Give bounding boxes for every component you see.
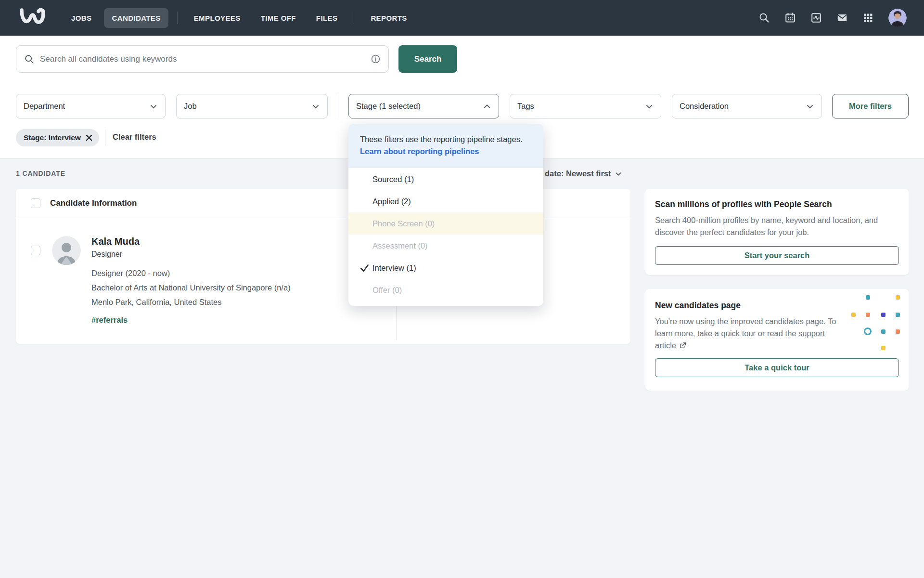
chevron-down-icon (805, 102, 815, 111)
candidates-page: JOBS CANDIDATES EMPLOYEES TIME OFF FILES… (0, 0, 924, 578)
nav-divider (177, 12, 178, 24)
nav-item-files[interactable]: FILES (308, 8, 346, 28)
nav-divider (354, 12, 354, 24)
stage-option-offer[interactable]: Offer (0) (348, 279, 543, 301)
new-candidates-page-card: New candidates page You're now using the… (645, 289, 909, 391)
nav-item-time-off[interactable]: TIME OFF (253, 8, 304, 28)
pipeline-info-link[interactable]: Learn about reporting pipelines (360, 147, 479, 156)
search-button[interactable]: Search (398, 45, 457, 73)
consideration-filter-label: Consideration (680, 102, 729, 111)
candidate-tag[interactable]: #referrals (91, 315, 128, 325)
stage-dropdown-panel: These filters use the reporting pipeline… (348, 124, 543, 306)
card-body: Search 400-million profiles by name, key… (655, 214, 905, 238)
activity-icon[interactable] (810, 12, 822, 24)
column-header: Candidate Information (50, 198, 137, 208)
calendar-icon[interactable] (784, 12, 796, 24)
department-filter-label: Department (24, 102, 65, 111)
stage-option-applied[interactable]: Applied (2) (348, 190, 543, 212)
nav-item-candidates[interactable]: CANDIDATES (104, 8, 168, 28)
option-label: Sourced (1) (372, 175, 414, 184)
option-label: Phone Screen (0) (372, 219, 435, 228)
candidate-checkbox[interactable] (31, 246, 40, 255)
option-label: Interview (1) (372, 263, 416, 273)
candidate-avatar[interactable] (52, 236, 81, 265)
chip-label: Stage: Interview (24, 133, 81, 142)
select-all-checkbox[interactable] (31, 198, 40, 208)
sort-control[interactable]: date: Newest first (545, 169, 623, 178)
nav-menu: JOBS CANDIDATES EMPLOYEES TIME OFF FILES… (64, 8, 415, 28)
chevron-down-icon (614, 170, 623, 178)
take-tour-button[interactable]: Take a quick tour (655, 358, 899, 377)
chevron-up-icon (482, 102, 492, 111)
nav-item-employees[interactable]: EMPLOYEES (186, 8, 248, 28)
candidate-location: Menlo Park, California, United States (91, 295, 291, 309)
people-search-card: Scan millions of profiles with People Se… (645, 189, 909, 275)
close-icon[interactable] (86, 134, 92, 141)
nav-utilities (758, 9, 907, 27)
consideration-filter[interactable]: Consideration (672, 94, 822, 118)
option-label: Applied (2) (372, 197, 411, 206)
chip-divider (105, 130, 105, 146)
stage-filter-label: Stage (1 selected) (356, 102, 421, 111)
chevron-down-icon (311, 102, 321, 111)
tags-filter-label: Tags (517, 102, 534, 111)
candidate-education: Bachelor of Arts at National University … (91, 280, 291, 295)
active-filter-chip[interactable]: Stage: Interview (16, 129, 99, 146)
clear-filters-button[interactable]: Clear filters (113, 132, 156, 142)
card-body: You're now using the improved candidates… (655, 315, 838, 352)
external-link-icon (679, 342, 687, 349)
nav-item-reports[interactable]: REPORTS (363, 8, 414, 28)
candidate-details: Designer (2020 - now) Bachelor of Arts a… (91, 266, 291, 309)
department-filter[interactable]: Department (16, 94, 166, 118)
pipeline-info-banner: These filters use the reporting pipeline… (348, 124, 543, 168)
tags-filter[interactable]: Tags (510, 94, 661, 118)
candidate-experience: Designer (2020 - now) (91, 266, 291, 280)
nav-item-jobs[interactable]: JOBS (64, 8, 99, 28)
pipeline-info-text: These filters use the reporting pipeline… (360, 135, 523, 144)
card-title: Scan millions of profiles with People Se… (655, 199, 899, 210)
stage-option-interview[interactable]: Interview (1) (348, 257, 543, 279)
chevron-down-icon (149, 102, 158, 111)
search-icon[interactable] (758, 12, 770, 24)
candidate-name[interactable]: Kala Muda (91, 236, 140, 247)
chevron-down-icon (644, 102, 654, 111)
stage-option-assessment[interactable]: Assessment (0) (348, 235, 543, 257)
candidate-search-field[interactable] (16, 45, 389, 73)
results-count: 1 CANDIDATE (16, 170, 65, 177)
candidate-title: Designer (91, 250, 122, 259)
job-filter-label: Job (184, 102, 197, 111)
start-search-button[interactable]: Start your search (655, 246, 899, 265)
search-icon (24, 54, 35, 65)
top-nav: JOBS CANDIDATES EMPLOYEES TIME OFF FILES… (0, 0, 924, 36)
option-label: Assessment (0) (372, 241, 428, 250)
card-title: New candidates page (655, 301, 899, 311)
workable-logo-icon[interactable] (17, 7, 48, 29)
more-filters-button[interactable]: More filters (832, 94, 909, 118)
sort-label: date: Newest first (545, 169, 611, 178)
stage-filter[interactable]: Stage (1 selected) (348, 94, 499, 118)
option-label: Offer (0) (372, 286, 402, 295)
search-input[interactable] (40, 54, 371, 64)
check-icon (360, 263, 369, 273)
filter-divider (338, 95, 338, 118)
job-filter[interactable]: Job (176, 94, 328, 118)
stage-option-sourced[interactable]: Sourced (1) (348, 168, 543, 190)
user-avatar[interactable] (888, 9, 907, 27)
info-icon[interactable] (371, 54, 381, 64)
stage-option-phone-screen[interactable]: Phone Screen (0) (348, 212, 543, 235)
mail-icon[interactable] (836, 12, 848, 24)
apps-grid-icon[interactable] (862, 12, 874, 24)
